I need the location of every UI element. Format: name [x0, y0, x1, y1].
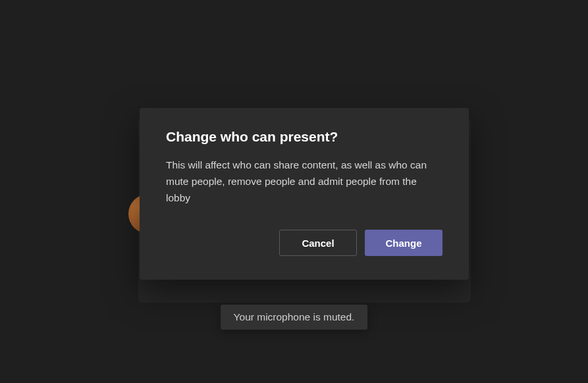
- microphone-muted-toast: Your microphone is muted.: [221, 305, 368, 330]
- cancel-button[interactable]: Cancel: [279, 230, 357, 256]
- change-button[interactable]: Change: [365, 230, 442, 256]
- dialog-body: This will affect who can share content, …: [166, 157, 442, 206]
- change-presenter-dialog: Change who can present? This will affect…: [140, 108, 469, 280]
- dialog-title: Change who can present?: [166, 129, 442, 145]
- dialog-actions: Cancel Change: [166, 230, 442, 256]
